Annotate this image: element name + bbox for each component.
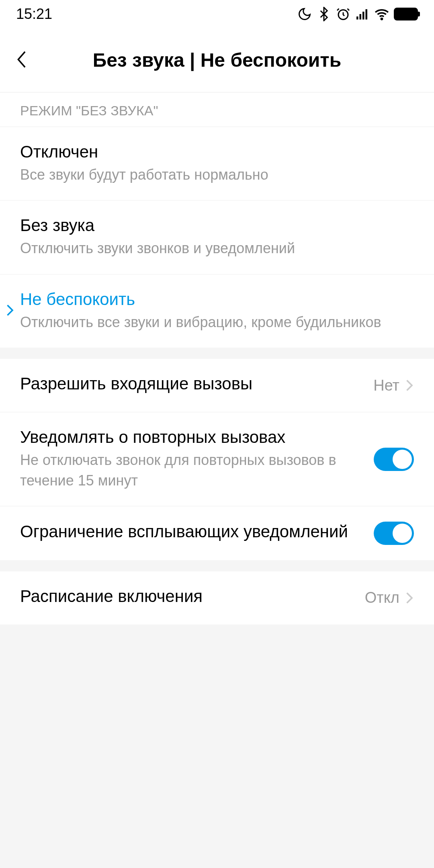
item-title: Ограничение всплывающих уведомлений — [20, 522, 374, 541]
repeat-calls-notify[interactable]: Уведомлять о повторных вызовах Не отключ… — [0, 412, 434, 506]
item-value: Нет — [373, 377, 399, 394]
item-subtitle: Не отключать звонок для повторных вызово… — [20, 450, 374, 491]
svg-rect-4 — [366, 9, 368, 20]
svg-rect-2 — [360, 14, 362, 20]
silent-mode-section: РЕЖИМ "БЕЗ ЗВУКА" Отключен Все звуки буд… — [0, 92, 434, 348]
chevron-left-icon — [16, 50, 28, 69]
moon-icon — [297, 7, 312, 21]
option-subtitle: Отключить звуки звонков и уведомлений — [20, 238, 414, 258]
toggle-knob — [393, 450, 412, 469]
option-title: Отключен — [20, 142, 414, 162]
item-title: Уведомлять о повторных вызовах — [20, 428, 374, 447]
page-title: Без звука | Не беспокоить — [16, 49, 418, 71]
bluetooth-icon — [317, 7, 331, 21]
option-do-not-disturb[interactable]: Не беспокоить Отключить все звуки и вибр… — [0, 274, 434, 348]
wifi-icon — [375, 7, 389, 21]
popup-limit[interactable]: Ограничение всплывающих уведомлений — [0, 506, 434, 560]
item-title: Разрешить входящие вызовы — [20, 374, 373, 393]
section-header-silent-mode: РЕЖИМ "БЕЗ ЗВУКА" — [0, 92, 434, 127]
status-time: 15:21 — [16, 6, 52, 23]
battery-icon — [394, 8, 418, 20]
chevron-right-icon — [6, 304, 14, 316]
item-value: Откл — [365, 589, 399, 606]
chevron-right-icon — [406, 379, 414, 392]
allow-incoming-calls[interactable]: Разрешить входящие вызовы Нет — [0, 359, 434, 412]
option-silent[interactable]: Без звука Отключить звуки звонков и увед… — [0, 201, 434, 274]
chevron-right-icon — [406, 592, 414, 604]
option-subtitle: Отключить все звуки и вибрацию, кроме бу… — [20, 312, 414, 332]
svg-point-5 — [381, 18, 383, 20]
selected-indicator — [6, 304, 14, 318]
schedule-item[interactable]: Расписание включения Откл — [0, 571, 434, 624]
back-button[interactable] — [16, 50, 28, 71]
signal-icon — [355, 7, 370, 21]
status-bar: 15:21 — [0, 0, 434, 28]
schedule-section: Расписание включения Откл — [0, 571, 434, 624]
toggle-knob — [393, 524, 412, 543]
option-subtitle: Все звуки будут работать нормально — [20, 165, 414, 185]
svg-rect-1 — [356, 16, 358, 20]
svg-rect-3 — [362, 12, 364, 20]
popup-limit-toggle[interactable] — [374, 522, 414, 545]
option-disabled[interactable]: Отключен Все звуки будут работать нормал… — [0, 127, 434, 201]
option-title: Не беспокоить — [20, 290, 414, 309]
status-icons — [297, 7, 418, 21]
option-title: Без звука — [20, 216, 414, 235]
repeat-calls-toggle[interactable] — [374, 448, 414, 471]
header: Без звука | Не беспокоить — [0, 28, 434, 92]
dnd-settings-section: Разрешить входящие вызовы Нет Уведомлять… — [0, 359, 434, 560]
item-title: Расписание включения — [20, 587, 365, 606]
alarm-icon — [336, 7, 350, 21]
